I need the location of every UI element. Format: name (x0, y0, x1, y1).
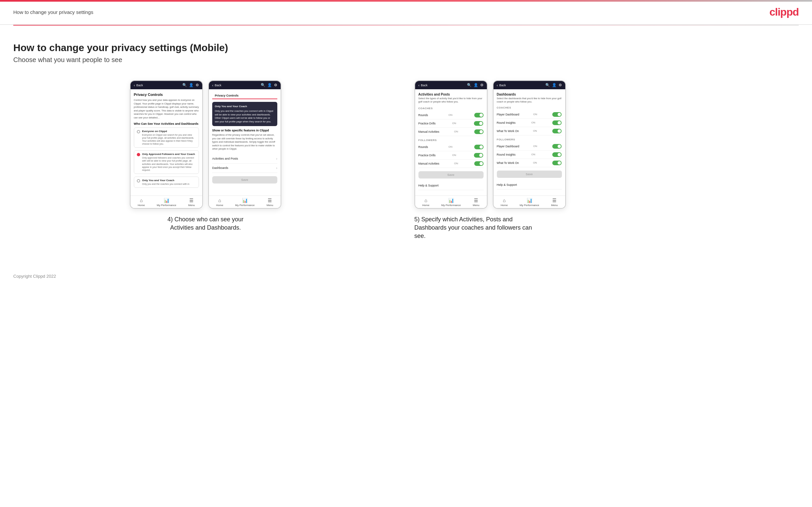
phone-3-footer: ⌂ Home 📊 My Performance ☰ Menu (415, 195, 487, 208)
phone-1-body: Privacy Controls Control how you and you… (131, 89, 202, 195)
logo: clippd (769, 6, 799, 18)
radio-option-2[interactable]: Only Approved Followers and Your Coach O… (134, 150, 199, 174)
followers-rounds-toggle[interactable] (474, 145, 484, 149)
coaches-player-dashboard: Player Dashboard ON (497, 111, 562, 119)
phone-2: ‹ Back 🔍 👤 ⚙ Privacy Controls (208, 80, 281, 209)
phone-3-body: Activities and Posts Select the types of… (415, 89, 487, 195)
search-icon-2[interactable]: 🔍 (261, 83, 265, 87)
footer-menu-label: Menu (188, 204, 195, 207)
coaches-drills-row: Practice Drills ON (418, 119, 484, 128)
chart-icon-3: 📊 (448, 198, 454, 203)
coaches-manual-toggle[interactable] (474, 129, 484, 134)
coaches-rounds-toggle[interactable] (474, 113, 484, 117)
person-icon[interactable]: 👤 (189, 83, 194, 87)
search-icon-4[interactable]: 🔍 (545, 83, 550, 87)
tooltip-box: Only You and Your Coach Only you and the… (212, 102, 277, 126)
activities-posts-row[interactable]: Activities and Posts › (212, 154, 277, 164)
footer-performance-1[interactable]: 📊 My Performance (157, 198, 176, 207)
followers-player-dash-toggle[interactable] (552, 144, 562, 149)
activities-posts-subtitle: Select the types of activity that you'd … (418, 97, 484, 104)
coaches-round-insights: Round Insights ON (497, 119, 562, 127)
footer-home-label-2: Home (216, 204, 223, 207)
footer-menu-1[interactable]: ☰ Menu (188, 198, 195, 207)
section-left: ‹ Back 🔍 👤 ⚙ Privacy Controls Control ho… (13, 80, 398, 240)
person-icon-4[interactable]: 👤 (552, 83, 557, 87)
footer-home-2[interactable]: ⌂ Home (216, 198, 223, 207)
breadcrumb: How to change your privacy settings (13, 9, 93, 15)
footer: Copyright Clippd 2022 (0, 274, 812, 289)
save-button-4[interactable]: Save (497, 171, 562, 178)
followers-round-insights-toggle[interactable] (552, 152, 562, 157)
followers-player-dash-label: Player Dashboard (497, 145, 519, 148)
caption-2: 5) Specify which Activities, Posts and D… (414, 215, 541, 240)
settings-icon[interactable]: ⚙ (196, 83, 199, 87)
chevron-dashboards: › (276, 166, 277, 170)
save-button-3[interactable]: Save (418, 171, 484, 178)
menu-icon-4: ☰ (552, 198, 557, 203)
coaches-what-label: What To Work On (497, 129, 519, 133)
help-support-3: Help & Support (418, 181, 484, 190)
footer-perf-label: My Performance (157, 204, 176, 207)
settings-icon-3[interactable]: ⚙ (480, 83, 484, 87)
phone-2-footer: ⌂ Home 📊 My Performance ☰ Menu (209, 195, 281, 208)
save-button-2[interactable]: Save (212, 176, 277, 183)
radio-circle-1 (137, 130, 140, 133)
phone-4-header: ‹ Back 🔍 👤 ⚙ (494, 81, 565, 89)
footer-perf-label-3: My Performance (441, 204, 461, 207)
footer-menu-3[interactable]: ☰ Menu (472, 198, 479, 207)
show-hide-desc: Regardless of the privacy controls that … (212, 133, 277, 151)
search-icon-3[interactable]: 🔍 (467, 83, 471, 87)
footer-menu-4[interactable]: ☰ Menu (551, 198, 558, 207)
tooltip-desc: Only you and the coaches you connect wit… (215, 110, 275, 123)
help-support-4: Help & Support (497, 180, 562, 189)
main-content: How to change your privacy settings (Mob… (0, 25, 812, 274)
followers-drills-toggle[interactable] (474, 153, 483, 158)
settings-icon-2[interactable]: ⚙ (274, 83, 277, 87)
footer-home-1[interactable]: ⌂ Home (138, 198, 145, 207)
menu-icon-2: ☰ (268, 198, 272, 203)
coaches-rounds-label: Rounds (418, 113, 428, 117)
dashboards-screen-subtitle: Select the dashboards that you'd like to… (497, 97, 562, 104)
radio-option-3[interactable]: Only You and Your Coach Only you and the… (134, 176, 199, 188)
coaches-manual-label: Manual Activities (418, 130, 439, 133)
person-icon-3[interactable]: 👤 (473, 83, 478, 87)
followers-round-insights-label: Round Insights (497, 153, 516, 156)
phone-1: ‹ Back 🔍 👤 ⚙ Privacy Controls Control ho… (130, 80, 203, 209)
footer-home-4[interactable]: ⌂ Home (501, 198, 507, 207)
coaches-what-toggle[interactable] (552, 129, 562, 133)
phone-2-body: Privacy Controls Only You and Your Coach… (209, 89, 281, 195)
home-icon-4: ⌂ (503, 198, 505, 203)
followers-manual-toggle[interactable] (474, 161, 484, 166)
privacy-controls-desc: Control how you and your data appears to… (134, 99, 199, 119)
followers-what-label: What To Work On (497, 161, 519, 165)
followers-label-3: FOLLOWERS (418, 139, 484, 142)
followers-round-insights: Round Insights ON (497, 151, 562, 159)
followers-what-toggle[interactable] (552, 161, 562, 165)
home-icon-2: ⌂ (218, 198, 221, 203)
coaches-player-dash-toggle[interactable] (552, 112, 562, 117)
menu-icon: ☰ (189, 198, 194, 203)
settings-icon-4[interactable]: ⚙ (559, 83, 562, 87)
radio-option-1[interactable]: Everyone on Clippd Everyone on Clippd ca… (134, 127, 199, 148)
chart-icon-2: 📊 (242, 198, 248, 203)
footer-performance-3[interactable]: 📊 My Performance (441, 198, 461, 207)
coaches-player-dash-label: Player Dashboard (497, 113, 519, 116)
footer-menu-2[interactable]: ☰ Menu (267, 198, 273, 207)
help-support-label-4: Help & Support (497, 183, 517, 186)
dashboards-row[interactable]: Dashboards › (212, 164, 277, 173)
search-icon[interactable]: 🔍 (182, 83, 187, 87)
footer-performance-2[interactable]: 📊 My Performance (235, 198, 255, 207)
footer-home-3[interactable]: ⌂ Home (422, 198, 429, 207)
footer-home-label: Home (138, 204, 145, 207)
footer-performance-4[interactable]: 📊 My Performance (520, 198, 539, 207)
dashboards-screen-title: Dashboards (497, 93, 562, 96)
tab-privacy-controls[interactable]: Privacy Controls (212, 93, 242, 99)
person-icon-2[interactable]: 👤 (267, 83, 272, 87)
phones-left-row: ‹ Back 🔍 👤 ⚙ Privacy Controls Control ho… (130, 80, 281, 209)
followers-manual-row: Manual Activities ON (418, 160, 484, 168)
followers-drills-label: Practice Drills (418, 154, 436, 157)
coaches-drills-toggle[interactable] (474, 121, 483, 126)
radio-circle-3 (137, 179, 140, 182)
who-can-see-heading: Who Can See Your Activities and Dashboar… (134, 122, 199, 125)
coaches-round-insights-toggle[interactable] (552, 120, 562, 125)
